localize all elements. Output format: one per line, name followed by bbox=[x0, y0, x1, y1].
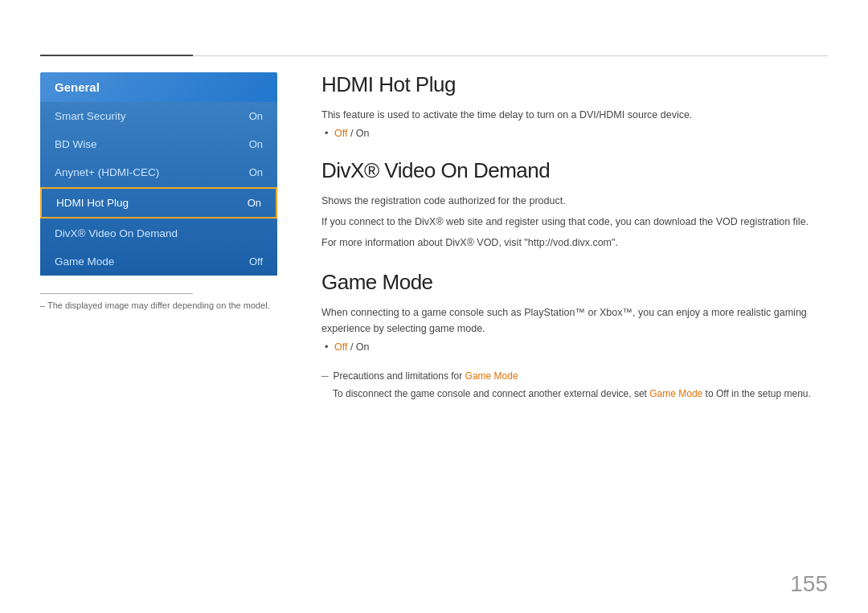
divider-light bbox=[193, 55, 828, 56]
sidebar-item-divx-vod[interactable]: DivX® Video On Demand bbox=[40, 219, 277, 247]
sidebar-item-label: HDMI Hot Plug bbox=[56, 197, 129, 209]
hdmi-hot-plug-title: HDMI Hot Plug bbox=[321, 72, 828, 97]
section-game-mode: Game Mode When connecting to a game cons… bbox=[321, 270, 828, 401]
game-mode-off: Off bbox=[334, 341, 347, 353]
sidebar-note: – The displayed image may differ dependi… bbox=[40, 293, 273, 310]
precaution-sub: To disconnect the game console and conne… bbox=[333, 386, 828, 401]
game-mode-slash: / On bbox=[347, 341, 369, 353]
hdmi-hot-plug-off: Off bbox=[334, 128, 347, 139]
top-dividers bbox=[40, 55, 828, 56]
divx-vod-desc3: For more information about DivX® VOD, vi… bbox=[321, 235, 828, 251]
precaution-game-mode-highlight: Game Mode bbox=[465, 370, 518, 382]
sidebar-item-value: On bbox=[248, 197, 261, 209]
note-divider bbox=[40, 293, 193, 294]
sidebar-menu: Smart Security On BD Wise On Anynet+ (HD… bbox=[40, 102, 277, 276]
game-mode-title: Game Mode bbox=[321, 270, 828, 295]
divider-dark bbox=[40, 55, 193, 56]
sidebar-item-value: On bbox=[249, 110, 263, 122]
sidebar-item-bd-wise[interactable]: BD Wise On bbox=[40, 130, 277, 158]
sidebar-item-value: On bbox=[249, 138, 263, 150]
section-hdmi-hot-plug: HDMI Hot Plug This feature is used to ac… bbox=[321, 72, 828, 139]
note-text: – The displayed image may differ dependi… bbox=[40, 300, 273, 310]
sidebar-item-label: BD Wise bbox=[55, 138, 97, 150]
sidebar-item-hdmi-hot-plug[interactable]: HDMI Hot Plug On bbox=[40, 187, 277, 219]
sidebar-item-label: DivX® Video On Demand bbox=[55, 227, 178, 239]
precaution-game-mode-link: Game Mode bbox=[649, 388, 702, 399]
sidebar-item-game-mode[interactable]: Game Mode Off bbox=[40, 247, 277, 276]
divx-vod-desc2: If you connect to the DivX® web site and… bbox=[321, 214, 828, 230]
game-mode-desc: When connecting to a game console such a… bbox=[321, 304, 828, 337]
sidebar-item-anynet[interactable]: Anynet+ (HDMI-CEC) On bbox=[40, 158, 277, 186]
sidebar-item-label: Smart Security bbox=[55, 110, 126, 122]
game-mode-bullet: Off / On bbox=[334, 341, 828, 353]
hdmi-hot-plug-desc: This feature is used to activate the tim… bbox=[321, 107, 828, 123]
divx-vod-title: DivX® Video On Demand bbox=[321, 158, 828, 183]
section-divx-vod: DivX® Video On Demand Shows the registra… bbox=[321, 158, 828, 251]
main-content: HDMI Hot Plug This feature is used to ac… bbox=[321, 72, 828, 401]
divx-vod-desc1: Shows the registration code authorized f… bbox=[321, 193, 828, 209]
precaution-line: Precautions and limitations for Game Mod… bbox=[321, 369, 828, 383]
sidebar-item-value: On bbox=[249, 166, 263, 178]
hdmi-hot-plug-bullet: Off / On bbox=[334, 128, 828, 139]
game-mode-precautions: Precautions and limitations for Game Mod… bbox=[321, 369, 828, 401]
precaution-text: Precautions and limitations for Game Mod… bbox=[334, 369, 518, 383]
precaution-off: Off bbox=[716, 388, 729, 399]
sidebar-title: General bbox=[40, 72, 277, 102]
sidebar-item-label: Anynet+ (HDMI-CEC) bbox=[55, 166, 159, 178]
hdmi-hot-plug-slash: / On bbox=[347, 128, 369, 139]
page-number: 155 bbox=[790, 571, 828, 597]
sidebar-item-label: Game Mode bbox=[55, 255, 114, 268]
sidebar-item-smart-security[interactable]: Smart Security On bbox=[40, 102, 277, 130]
sidebar-item-value: Off bbox=[249, 255, 263, 268]
sidebar: General Smart Security On BD Wise On Any… bbox=[40, 72, 277, 276]
